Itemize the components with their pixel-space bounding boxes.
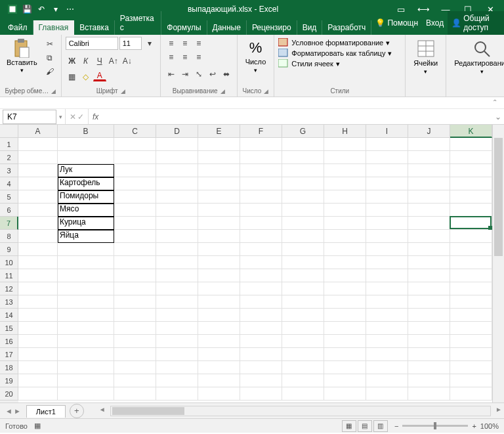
cell-G17[interactable]: [282, 348, 324, 361]
cell-C17[interactable]: [114, 348, 156, 361]
cell-H17[interactable]: [324, 348, 366, 361]
cell-J4[interactable]: [408, 177, 450, 190]
cell-B6[interactable]: Мясо: [58, 204, 114, 217]
page-break-view-icon[interactable]: ▥: [373, 420, 388, 432]
cell-C16[interactable]: [114, 335, 156, 348]
namebox-dropdown-icon[interactable]: ▾: [59, 114, 65, 120]
cell-K18[interactable]: [450, 361, 492, 374]
cell-H19[interactable]: [324, 374, 366, 387]
cell-C11[interactable]: [114, 269, 156, 282]
cell-G18[interactable]: [282, 361, 324, 374]
tab-developer[interactable]: Разработч: [322, 20, 371, 35]
zoom-level[interactable]: 100%: [480, 422, 499, 430]
cell-K20[interactable]: [450, 387, 492, 401]
decrease-indent-icon[interactable]: ⇤: [165, 68, 178, 81]
format-as-table-button[interactable]: Форматировать как таблицу▾: [278, 49, 392, 58]
cell-A11[interactable]: [18, 269, 58, 282]
cell-G12[interactable]: [282, 282, 324, 295]
cell-G8[interactable]: [282, 230, 324, 243]
cell-B9[interactable]: [58, 243, 114, 256]
zoom-handle[interactable]: [434, 422, 436, 429]
next-sheet-icon[interactable]: ►: [14, 407, 21, 415]
tab-view[interactable]: Вид: [297, 20, 323, 35]
border-icon[interactable]: ▦: [66, 70, 79, 83]
cell-F19[interactable]: [240, 374, 282, 387]
cell-D12[interactable]: [156, 282, 198, 295]
cell-I13[interactable]: [366, 295, 408, 309]
scroll-right-icon[interactable]: ►: [494, 406, 504, 416]
cell-F2[interactable]: [240, 151, 282, 164]
cell-H8[interactable]: [324, 230, 366, 243]
row-header-2[interactable]: 2: [0, 151, 18, 164]
cell-K4[interactable]: [450, 177, 492, 190]
cell-E5[interactable]: [198, 190, 240, 204]
cell-C18[interactable]: [114, 361, 156, 374]
cell-G9[interactable]: [282, 243, 324, 256]
row-header-6[interactable]: 6: [0, 204, 18, 217]
cell-F12[interactable]: [240, 282, 282, 295]
collapse-ribbon-icon[interactable]: ⌃: [486, 97, 504, 107]
merge-icon[interactable]: ⬌: [220, 68, 233, 81]
cell-C10[interactable]: [114, 256, 156, 269]
enter-icon[interactable]: ✓: [77, 112, 84, 121]
cell-A4[interactable]: [18, 177, 58, 190]
cell-A10[interactable]: [18, 256, 58, 269]
row-header-16[interactable]: 16: [0, 335, 18, 348]
cell-E19[interactable]: [198, 374, 240, 387]
cell-H18[interactable]: [324, 361, 366, 374]
cell-K16[interactable]: [450, 335, 492, 348]
col-header-G[interactable]: G: [282, 125, 324, 138]
share-button[interactable]: 👤Общий доступ: [448, 11, 504, 35]
cell-H12[interactable]: [324, 282, 366, 295]
align-right-icon[interactable]: ≡: [192, 51, 205, 64]
cell-G10[interactable]: [282, 256, 324, 269]
cell-K7[interactable]: [450, 217, 492, 230]
cell-F10[interactable]: [240, 256, 282, 269]
cell-G16[interactable]: [282, 335, 324, 348]
row-header-18[interactable]: 18: [0, 361, 18, 374]
cell-A19[interactable]: [18, 374, 58, 387]
cell-H7[interactable]: [324, 217, 366, 230]
col-header-E[interactable]: E: [198, 125, 240, 138]
cell-B12[interactable]: [58, 282, 114, 295]
cell-B1[interactable]: [58, 138, 114, 151]
cell-C13[interactable]: [114, 295, 156, 309]
cell-J13[interactable]: [408, 295, 450, 309]
tab-home[interactable]: Главная: [33, 20, 75, 35]
cell-H1[interactable]: [324, 138, 366, 151]
cell-D4[interactable]: [156, 177, 198, 190]
cells-button[interactable]: Ячейки ▾: [410, 37, 442, 77]
cell-H14[interactable]: [324, 309, 366, 322]
cell-C6[interactable]: [114, 204, 156, 217]
cell-K5[interactable]: [450, 190, 492, 204]
cell-I8[interactable]: [366, 230, 408, 243]
cell-I15[interactable]: [366, 322, 408, 335]
cell-G15[interactable]: [282, 322, 324, 335]
cell-E7[interactable]: [198, 217, 240, 230]
spreadsheet-grid[interactable]: ABCDEFGHIJK 1234567891011121314151617181…: [0, 125, 504, 402]
cell-I6[interactable]: [366, 204, 408, 217]
cell-D8[interactable]: [156, 230, 198, 243]
cell-I11[interactable]: [366, 269, 408, 282]
add-sheet-button[interactable]: +: [70, 404, 84, 418]
cell-J7[interactable]: [408, 217, 450, 230]
tab-file[interactable]: Файл: [3, 20, 33, 35]
cell-H10[interactable]: [324, 256, 366, 269]
col-header-K[interactable]: K: [450, 125, 492, 138]
cell-I9[interactable]: [366, 243, 408, 256]
cell-D3[interactable]: [156, 164, 198, 177]
cell-C9[interactable]: [114, 243, 156, 256]
cell-C15[interactable]: [114, 322, 156, 335]
cell-E9[interactable]: [198, 243, 240, 256]
cell-J12[interactable]: [408, 282, 450, 295]
tab-layout[interactable]: Разметка с: [115, 11, 161, 35]
select-all-corner[interactable]: [0, 125, 18, 138]
col-header-H[interactable]: H: [324, 125, 366, 138]
expand-formula-bar-icon[interactable]: ⌄: [492, 112, 504, 121]
cell-G19[interactable]: [282, 374, 324, 387]
row-header-13[interactable]: 13: [0, 295, 18, 309]
cell-C14[interactable]: [114, 309, 156, 322]
cell-I19[interactable]: [366, 374, 408, 387]
cell-D7[interactable]: [156, 217, 198, 230]
cell-C12[interactable]: [114, 282, 156, 295]
